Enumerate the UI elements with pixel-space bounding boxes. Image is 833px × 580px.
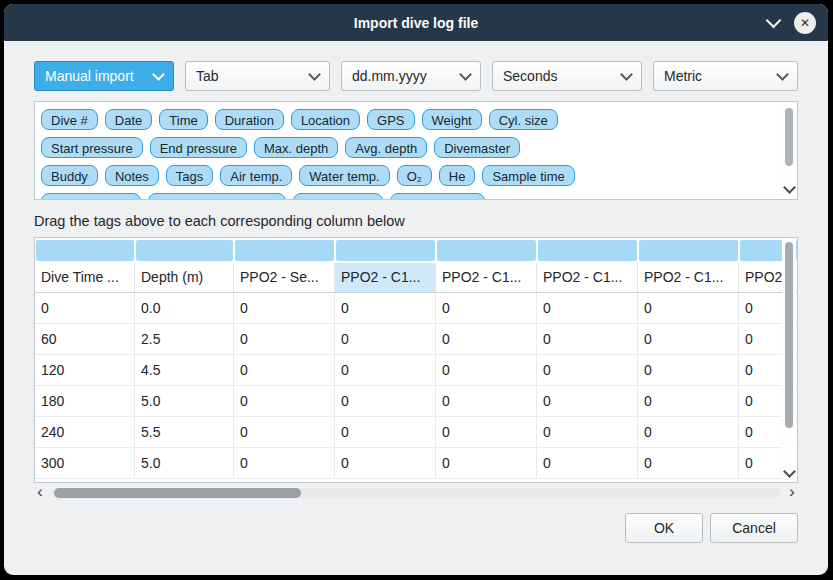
column-header[interactable]: PPO2 - C1... (537, 263, 638, 292)
table-body: 00.0000000602.50000001204.50000001805.00… (35, 293, 797, 479)
table-cell: 5.0 (135, 386, 234, 416)
scrollbar-handle[interactable] (785, 108, 793, 166)
table-cell: 0 (638, 324, 739, 354)
combo-value: dd.mm.yyyy (352, 68, 427, 84)
table-vertical-scrollbar[interactable] (782, 240, 796, 480)
column-tag[interactable]: Date (105, 109, 152, 130)
column-tag[interactable]: Dive # (41, 109, 98, 130)
drop-target-row[interactable] (35, 238, 797, 263)
table-cell: 0 (638, 448, 739, 478)
column-tag[interactable]: Time (159, 109, 207, 130)
table-cell: 2.5 (135, 324, 234, 354)
tag-rows: Dive #DateTimeDurationLocationGPSWeightC… (41, 109, 775, 200)
column-tag[interactable]: Sample depth (41, 193, 141, 200)
drop-target-cell[interactable] (36, 240, 134, 261)
table-cell: 5.5 (135, 417, 234, 447)
table-cell: 0 (234, 293, 335, 323)
table-cell: 0 (537, 386, 638, 416)
tag-pool: Dive #DateTimeDurationLocationGPSWeightC… (34, 101, 798, 200)
dialog-buttons: OK Cancel (34, 513, 798, 543)
chevron-down-icon (620, 68, 633, 81)
table-horizontal-scrollbar[interactable]: ‹ › (34, 487, 798, 499)
drop-target-cell[interactable] (336, 240, 435, 261)
column-tag[interactable]: End pressure (150, 137, 247, 158)
table-cell: 0 (638, 293, 739, 323)
table-cell: 0 (335, 324, 436, 354)
cancel-button[interactable]: Cancel (710, 513, 798, 543)
options-row: Manual import Tab dd.mm.yyyy Seconds Met… (34, 61, 798, 91)
column-tag[interactable]: Water temp. (299, 165, 389, 186)
column-tag[interactable]: Avg. depth (345, 137, 427, 158)
column-tag[interactable]: Duration (215, 109, 284, 130)
table-cell: 300 (35, 448, 135, 478)
drag-instruction-text: Drag the tags above to each correspondin… (34, 213, 798, 229)
drop-target-cell[interactable] (235, 240, 334, 261)
table-cell: 0 (537, 324, 638, 354)
scroll-down-icon[interactable] (783, 465, 796, 478)
duration-format-combo[interactable]: Seconds (492, 61, 642, 91)
table-row: 00.0000000 (35, 293, 797, 324)
ok-button[interactable]: OK (625, 513, 703, 543)
drop-target-cell[interactable] (437, 240, 536, 261)
table-cell: 0.0 (135, 293, 234, 323)
table-header-row: Dive Time ...Depth (m)PPO2 - Se...PPO2 -… (35, 263, 797, 293)
window-title: Import dive log file (354, 15, 478, 31)
column-tag[interactable]: Sample temperature (148, 193, 286, 200)
scroll-right-icon[interactable]: › (786, 485, 798, 499)
date-format-combo[interactable]: dd.mm.yyyy (341, 61, 481, 91)
column-header[interactable]: PPO2 - C1... (436, 263, 537, 292)
field-separator-combo[interactable]: Tab (185, 61, 330, 91)
table-cell: 0 (234, 355, 335, 385)
column-header[interactable]: PPO2 - Se... (234, 263, 335, 292)
column-tag[interactable]: Air temp. (220, 165, 292, 186)
table-cell: 180 (35, 386, 135, 416)
column-tag[interactable]: Cyl. size (489, 109, 558, 130)
units-combo[interactable]: Metric (653, 61, 798, 91)
column-header[interactable]: Dive Time ... (35, 263, 135, 292)
column-tag[interactable]: Tags (166, 165, 213, 186)
table-cell: 0 (638, 386, 739, 416)
scrollbar-handle[interactable] (54, 488, 301, 498)
tag-row: Dive #DateTimeDurationLocationGPSWeightC… (41, 109, 775, 130)
tags-vertical-scrollbar[interactable] (782, 105, 795, 196)
tag-row: Sample depthSample temperatureSample pO₂… (41, 193, 775, 200)
table-cell: 0 (638, 355, 739, 385)
column-tag[interactable]: GPS (367, 109, 414, 130)
chevron-down-icon (459, 68, 472, 81)
dialog-content: Manual import Tab dd.mm.yyyy Seconds Met… (4, 61, 828, 543)
chevron-down-icon (308, 68, 321, 81)
table-cell: 0 (436, 386, 537, 416)
close-button[interactable]: ✕ (794, 12, 816, 34)
titlebar[interactable]: Import dive log file ✕ (4, 4, 828, 41)
column-header[interactable]: PPO2 - C1... (335, 263, 436, 292)
column-tag[interactable]: Divemaster (434, 137, 520, 158)
column-tag[interactable]: Start pressure (41, 137, 143, 158)
combo-value: Manual import (45, 68, 134, 84)
import-mode-combo[interactable]: Manual import (34, 61, 174, 91)
column-tag[interactable]: He (439, 165, 476, 186)
table-cell: 0 (335, 417, 436, 447)
preview-table: Dive Time ...Depth (m)PPO2 - Se...PPO2 -… (34, 237, 798, 483)
column-tag[interactable]: Weight (422, 109, 482, 130)
drop-target-cell[interactable] (538, 240, 637, 261)
drop-target-cell[interactable] (136, 240, 233, 261)
chevron-down-icon[interactable] (766, 12, 782, 28)
scroll-left-icon[interactable]: ‹ (34, 485, 46, 499)
scrollbar-handle[interactable] (785, 242, 793, 428)
column-tag[interactable]: Location (291, 109, 360, 130)
column-tag[interactable]: Notes (105, 165, 159, 186)
column-header[interactable]: PPO2 - C1... (638, 263, 739, 292)
column-tag[interactable]: Sample CNS (390, 193, 485, 200)
scroll-down-icon[interactable] (783, 181, 796, 194)
column-tag[interactable]: Max. depth (254, 137, 338, 158)
column-tag[interactable]: Buddy (41, 165, 98, 186)
column-tag[interactable]: Sample time (482, 165, 574, 186)
table-cell: 0 (436, 355, 537, 385)
column-tag[interactable]: O₂ (397, 165, 432, 186)
column-tag[interactable]: Sample pO₂ (293, 193, 383, 200)
table-cell: 4.5 (135, 355, 234, 385)
drop-target-cell[interactable] (639, 240, 738, 261)
table-cell: 0 (638, 417, 739, 447)
scrollbar-track[interactable] (51, 488, 781, 498)
column-header[interactable]: Depth (m) (135, 263, 234, 292)
